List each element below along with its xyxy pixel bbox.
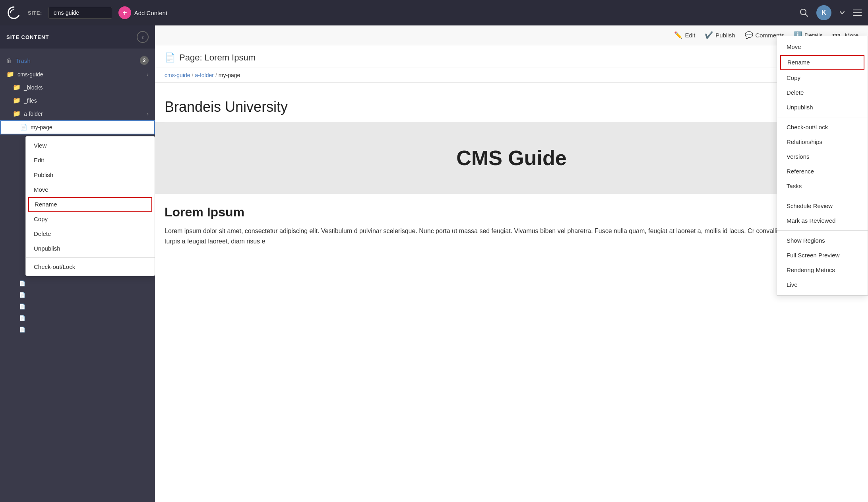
chevron-right-icon: › xyxy=(147,111,149,117)
page-heading1: Brandeis University xyxy=(165,92,858,122)
publish-label: Publish xyxy=(715,32,735,39)
comments-icon: 💬 xyxy=(745,31,753,39)
ctx-move[interactable]: Move xyxy=(26,182,155,197)
top-nav: SITE: + Add Content K xyxy=(0,0,868,25)
ctx-edit[interactable]: Edit xyxy=(26,153,155,167)
sidebar-item-files[interactable]: 📁 _files xyxy=(0,94,155,107)
ctx-publish[interactable]: Publish xyxy=(26,167,155,182)
a-folder-label: a-folder xyxy=(24,111,43,117)
logo-icon[interactable] xyxy=(6,5,21,20)
page-icon: 📄 xyxy=(19,327,25,333)
rctx-show-regions[interactable]: Show Regions xyxy=(777,233,868,248)
left-context-menu: View Edit Publish Move Rename Copy Delet… xyxy=(25,136,155,276)
rctx-mark-reviewed[interactable]: Mark as Reviewed xyxy=(777,213,868,228)
rctx-move[interactable]: Move xyxy=(777,39,868,54)
rctx-rename[interactable]: Rename xyxy=(781,56,864,69)
sidebar-header: SITE CONTENT ‹ xyxy=(0,25,155,49)
avatar[interactable]: K xyxy=(816,5,831,20)
sidebar-item-page3[interactable]: 📄 xyxy=(0,289,155,301)
edit-button[interactable]: ✏️ Edit xyxy=(674,31,695,39)
files-label: _files xyxy=(24,97,37,104)
sidebar-item-page5[interactable]: 📄 xyxy=(0,312,155,324)
rctx-rendering-metrics[interactable]: Rendering Metrics xyxy=(777,263,868,277)
breadcrumb-sep1: / xyxy=(192,72,194,78)
folder-icon: 📁 xyxy=(6,70,14,78)
edit-label: Edit xyxy=(685,32,695,39)
add-icon: + xyxy=(118,6,131,19)
rctx-divider2 xyxy=(777,196,868,196)
rctx-copy[interactable]: Copy xyxy=(777,70,868,85)
publish-icon: ✔️ xyxy=(705,31,713,39)
page-icon: 📄 xyxy=(19,292,25,298)
trash-label: Trash xyxy=(15,57,31,64)
search-button[interactable] xyxy=(800,8,808,17)
blocks-label: _blocks xyxy=(24,84,43,91)
sidebar-item-my-page[interactable]: 📄 my-page xyxy=(0,120,155,134)
sidebar-item-trash[interactable]: 🗑 Trash 2 xyxy=(0,53,155,68)
rctx-reference[interactable]: Reference xyxy=(777,164,868,179)
rctx-rename-highlight: Rename xyxy=(780,55,864,70)
rctx-schedule-review[interactable]: Schedule Review xyxy=(777,198,868,213)
sidebar-title: SITE CONTENT xyxy=(6,34,49,40)
rctx-unpublish[interactable]: Unpublish xyxy=(777,100,868,115)
rctx-delete[interactable]: Delete xyxy=(777,85,868,100)
page-body-paragraph: Lorem ipsum dolor sit amet, consectetur … xyxy=(165,226,858,247)
page-icon: 📄 xyxy=(19,315,25,321)
breadcrumb-sep2: / xyxy=(215,72,217,78)
sidebar-collapse-button[interactable]: ‹ xyxy=(137,31,149,43)
breadcrumb-my-page: my-page xyxy=(219,72,240,78)
breadcrumb: cms-guide / a-folder / my-page xyxy=(155,68,868,83)
sidebar-item-blocks[interactable]: 📁 _blocks xyxy=(0,81,155,94)
rctx-live[interactable]: Live xyxy=(777,277,868,292)
page-icon: 📄 xyxy=(20,124,27,131)
sidebar-item-a-folder[interactable]: 📁 a-folder › xyxy=(0,107,155,120)
sidebar: SITE CONTENT ‹ 🗑 Trash 2 📁 cms-guide › 📁… xyxy=(0,25,155,502)
page-hero-section: CMS Guide xyxy=(155,122,868,194)
page-body: Brandeis University CMS Guide Lorem Ipsu… xyxy=(155,83,868,257)
ctx-rename[interactable]: Rename xyxy=(29,198,151,211)
page-title: 📄 Page: Lorem Ipsum xyxy=(165,53,858,63)
cms-guide-label: cms-guide xyxy=(17,71,43,78)
sidebar-item-page6[interactable]: 📄 xyxy=(0,324,155,335)
rctx-relationships[interactable]: Relationships xyxy=(777,134,868,149)
rctx-tasks[interactable]: Tasks xyxy=(777,179,868,193)
chevron-right-icon: › xyxy=(147,71,149,78)
breadcrumb-a-folder[interactable]: a-folder xyxy=(195,72,213,78)
content-toolbar: ✏️ Edit ✔️ Publish 💬 Comments ℹ️ Details… xyxy=(155,25,868,45)
hamburger-menu-button[interactable] xyxy=(853,9,862,16)
add-content-button[interactable]: + Add Content xyxy=(118,6,167,19)
page-hero-text: CMS Guide xyxy=(165,146,858,170)
folder-icon: 📁 xyxy=(13,97,21,104)
ctx-unpublish[interactable]: Unpublish xyxy=(26,241,155,256)
page-icon: 📄 xyxy=(19,280,25,286)
main-layout: SITE CONTENT ‹ 🗑 Trash 2 📁 cms-guide › 📁… xyxy=(0,25,868,502)
ctx-rename-highlight: Rename xyxy=(28,197,152,212)
ctx-checkout-lock[interactable]: Check-out/Lock xyxy=(26,259,155,274)
page-title-text: Page: Lorem Ipsum xyxy=(179,53,256,63)
rctx-full-screen[interactable]: Full Screen Preview xyxy=(777,248,868,263)
ctx-view[interactable]: View xyxy=(26,138,155,153)
nav-right: K xyxy=(800,5,862,20)
site-name-input[interactable] xyxy=(48,7,112,19)
ctx-copy[interactable]: Copy xyxy=(26,212,155,226)
rctx-versions[interactable]: Versions xyxy=(777,149,868,164)
chevron-down-icon[interactable] xyxy=(839,10,845,16)
rctx-divider1 xyxy=(777,117,868,117)
svg-line-1 xyxy=(806,14,808,17)
publish-button[interactable]: ✔️ Publish xyxy=(705,31,735,39)
rctx-checkout-lock[interactable]: Check-out/Lock xyxy=(777,120,868,134)
page-title-bar: 📄 Page: Lorem Ipsum xyxy=(155,45,868,68)
trash-icon: 🗑 xyxy=(6,57,12,64)
right-context-menu: Move Rename Copy Delete Unpublish Check-… xyxy=(777,36,868,296)
my-page-label: my-page xyxy=(31,124,52,130)
breadcrumb-cms-guide[interactable]: cms-guide xyxy=(165,72,190,78)
folder-icon: 📁 xyxy=(13,84,21,91)
trash-badge: 2 xyxy=(140,56,149,65)
site-label: SITE: xyxy=(28,10,42,16)
ctx-delete[interactable]: Delete xyxy=(26,226,155,241)
page-icon: 📄 xyxy=(19,304,25,309)
sidebar-item-page4[interactable]: 📄 xyxy=(0,301,155,312)
add-content-label: Add Content xyxy=(134,10,167,16)
sidebar-item-cms-guide[interactable]: 📁 cms-guide › xyxy=(0,68,155,81)
sidebar-item-page2[interactable]: 📄 xyxy=(0,278,155,289)
